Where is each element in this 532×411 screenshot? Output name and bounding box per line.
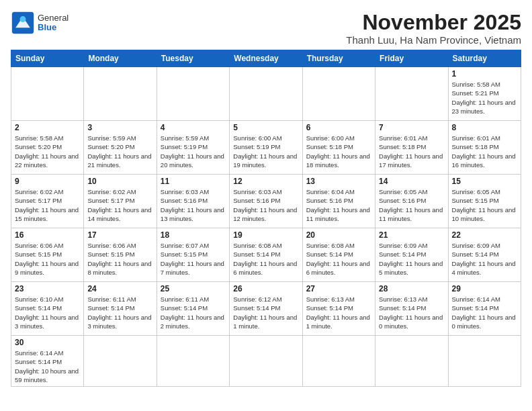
calendar-cell: 13Sunrise: 6:04 AM Sunset: 5:16 PM Dayli… [302, 175, 375, 228]
day-number: 1 [452, 69, 517, 79]
calendar-cell: 9Sunrise: 6:02 AM Sunset: 5:17 PM Daylig… [11, 175, 84, 228]
calendar-row-0: 1Sunrise: 5:58 AM Sunset: 5:21 PM Daylig… [11, 67, 521, 121]
weekday-header-tuesday: Tuesday [157, 50, 229, 67]
day-info: Sunrise: 6:04 AM Sunset: 5:16 PM Dayligh… [306, 187, 371, 223]
calendar-row-4: 23Sunrise: 6:10 AM Sunset: 5:14 PM Dayli… [11, 282, 521, 336]
day-number: 26 [233, 284, 298, 293]
day-number: 28 [379, 284, 444, 293]
calendar-cell [230, 336, 302, 387]
calendar-cell: 5Sunrise: 6:00 AM Sunset: 5:19 PM Daylig… [230, 121, 302, 175]
calendar-cell [11, 67, 84, 121]
day-info: Sunrise: 5:58 AM Sunset: 5:20 PM Dayligh… [15, 134, 80, 169]
logo-text: General Blue [38, 13, 69, 33]
day-number: 8 [452, 123, 517, 132]
location-subtitle: Thanh Luu, Ha Nam Province, Vietnam [346, 34, 521, 46]
day-number: 25 [161, 284, 226, 293]
calendar-cell: 30Sunrise: 6:14 AM Sunset: 5:14 PM Dayli… [11, 336, 84, 387]
calendar-cell [84, 336, 157, 387]
day-info: Sunrise: 6:01 AM Sunset: 5:18 PM Dayligh… [452, 134, 517, 169]
day-info: Sunrise: 6:03 AM Sunset: 5:16 PM Dayligh… [161, 187, 226, 223]
calendar: SundayMondayTuesdayWednesdayThursdayFrid… [11, 50, 521, 387]
day-info: Sunrise: 6:11 AM Sunset: 5:14 PM Dayligh… [87, 295, 152, 330]
day-info: Sunrise: 6:09 AM Sunset: 5:14 PM Dayligh… [452, 241, 517, 277]
calendar-cell: 26Sunrise: 6:12 AM Sunset: 5:14 PM Dayli… [230, 282, 302, 336]
day-info: Sunrise: 6:13 AM Sunset: 5:14 PM Dayligh… [306, 295, 371, 330]
calendar-cell: 23Sunrise: 6:10 AM Sunset: 5:14 PM Dayli… [11, 282, 84, 336]
day-info: Sunrise: 6:13 AM Sunset: 5:14 PM Dayligh… [379, 295, 444, 330]
calendar-cell: 16Sunrise: 6:06 AM Sunset: 5:15 PM Dayli… [11, 228, 84, 282]
logo: General Blue [11, 11, 69, 35]
day-info: Sunrise: 5:58 AM Sunset: 5:21 PM Dayligh… [452, 80, 517, 116]
calendar-cell: 22Sunrise: 6:09 AM Sunset: 5:14 PM Dayli… [448, 228, 521, 282]
day-number: 15 [452, 177, 517, 186]
weekday-header-row: SundayMondayTuesdayWednesdayThursdayFrid… [11, 50, 521, 67]
calendar-cell: 4Sunrise: 5:59 AM Sunset: 5:19 PM Daylig… [157, 121, 229, 175]
day-info: Sunrise: 5:59 AM Sunset: 5:19 PM Dayligh… [161, 134, 226, 169]
calendar-cell: 3Sunrise: 5:59 AM Sunset: 5:20 PM Daylig… [84, 121, 157, 175]
day-info: Sunrise: 6:08 AM Sunset: 5:14 PM Dayligh… [233, 241, 298, 277]
day-number: 20 [306, 230, 371, 240]
calendar-cell: 28Sunrise: 6:13 AM Sunset: 5:14 PM Dayli… [375, 282, 448, 336]
calendar-cell: 6Sunrise: 6:00 AM Sunset: 5:18 PM Daylig… [302, 121, 375, 175]
day-info: Sunrise: 6:05 AM Sunset: 5:15 PM Dayligh… [452, 187, 517, 223]
day-number: 27 [306, 284, 371, 293]
calendar-cell: 20Sunrise: 6:08 AM Sunset: 5:14 PM Dayli… [302, 228, 375, 282]
day-info: Sunrise: 6:02 AM Sunset: 5:17 PM Dayligh… [87, 187, 152, 223]
day-info: Sunrise: 6:03 AM Sunset: 5:16 PM Dayligh… [233, 187, 298, 223]
calendar-cell [302, 336, 375, 387]
day-number: 21 [379, 230, 444, 240]
calendar-row-5: 30Sunrise: 6:14 AM Sunset: 5:14 PM Dayli… [11, 336, 521, 387]
day-number: 17 [87, 230, 152, 240]
calendar-cell [157, 67, 229, 121]
day-number: 24 [87, 284, 152, 293]
day-info: Sunrise: 6:14 AM Sunset: 5:14 PM Dayligh… [452, 295, 517, 330]
calendar-cell: 17Sunrise: 6:06 AM Sunset: 5:15 PM Dayli… [84, 228, 157, 282]
weekday-header-wednesday: Wednesday [230, 50, 302, 67]
day-number: 22 [452, 230, 517, 240]
day-number: 13 [306, 177, 371, 186]
day-info: Sunrise: 6:06 AM Sunset: 5:15 PM Dayligh… [87, 241, 152, 277]
calendar-cell: 15Sunrise: 6:05 AM Sunset: 5:15 PM Dayli… [448, 175, 521, 228]
calendar-cell: 29Sunrise: 6:14 AM Sunset: 5:14 PM Dayli… [448, 282, 521, 336]
logo-icon [11, 11, 35, 35]
day-number: 10 [87, 177, 152, 186]
calendar-cell: 8Sunrise: 6:01 AM Sunset: 5:18 PM Daylig… [448, 121, 521, 175]
day-number: 30 [15, 338, 80, 347]
calendar-cell: 1Sunrise: 5:58 AM Sunset: 5:21 PM Daylig… [448, 67, 521, 121]
day-number: 16 [15, 230, 80, 240]
calendar-cell: 18Sunrise: 6:07 AM Sunset: 5:15 PM Dayli… [157, 228, 229, 282]
day-number: 3 [87, 123, 152, 132]
day-info: Sunrise: 6:14 AM Sunset: 5:14 PM Dayligh… [15, 349, 80, 384]
weekday-header-friday: Friday [375, 50, 448, 67]
calendar-cell: 11Sunrise: 6:03 AM Sunset: 5:16 PM Dayli… [157, 175, 229, 228]
day-info: Sunrise: 6:07 AM Sunset: 5:15 PM Dayligh… [161, 241, 226, 277]
weekday-header-sunday: Sunday [11, 50, 84, 67]
day-info: Sunrise: 5:59 AM Sunset: 5:20 PM Dayligh… [87, 134, 152, 169]
day-info: Sunrise: 6:01 AM Sunset: 5:18 PM Dayligh… [379, 134, 444, 169]
day-info: Sunrise: 6:02 AM Sunset: 5:17 PM Dayligh… [15, 187, 80, 223]
day-number: 29 [452, 284, 517, 293]
day-number: 2 [15, 123, 80, 132]
calendar-cell: 10Sunrise: 6:02 AM Sunset: 5:17 PM Dayli… [84, 175, 157, 228]
day-number: 19 [233, 230, 298, 240]
calendar-cell: 2Sunrise: 5:58 AM Sunset: 5:20 PM Daylig… [11, 121, 84, 175]
month-title: November 2025 [346, 11, 521, 34]
day-info: Sunrise: 6:09 AM Sunset: 5:14 PM Dayligh… [379, 241, 444, 277]
calendar-cell [157, 336, 229, 387]
day-info: Sunrise: 6:06 AM Sunset: 5:15 PM Dayligh… [15, 241, 80, 277]
svg-point-2 [20, 16, 26, 22]
calendar-cell [375, 67, 448, 121]
day-number: 12 [233, 177, 298, 186]
day-number: 6 [306, 123, 371, 132]
calendar-cell: 12Sunrise: 6:03 AM Sunset: 5:16 PM Dayli… [230, 175, 302, 228]
day-number: 18 [161, 230, 226, 240]
calendar-cell: 7Sunrise: 6:01 AM Sunset: 5:18 PM Daylig… [375, 121, 448, 175]
day-number: 23 [15, 284, 80, 293]
calendar-cell: 19Sunrise: 6:08 AM Sunset: 5:14 PM Dayli… [230, 228, 302, 282]
weekday-header-thursday: Thursday [302, 50, 375, 67]
calendar-cell [302, 67, 375, 121]
calendar-row-3: 16Sunrise: 6:06 AM Sunset: 5:15 PM Dayli… [11, 228, 521, 282]
day-info: Sunrise: 6:05 AM Sunset: 5:16 PM Dayligh… [379, 187, 444, 223]
weekday-header-monday: Monday [84, 50, 157, 67]
day-number: 5 [233, 123, 298, 132]
